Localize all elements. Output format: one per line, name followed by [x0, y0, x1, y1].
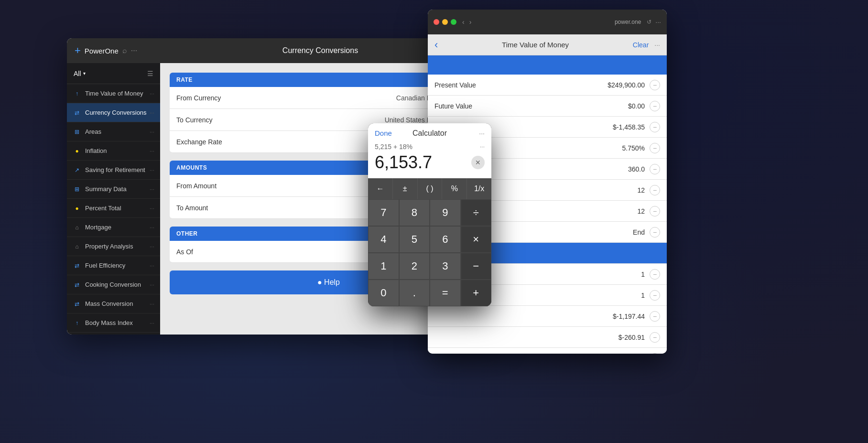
calc-btn-6[interactable]: 6: [430, 226, 461, 253]
calc-btn-_[interactable]: −: [461, 253, 492, 280]
calc-more-button[interactable]: ···: [479, 130, 485, 137]
calc-btn-_[interactable]: .: [399, 280, 430, 306]
sidebar-item-inflation[interactable]: ● Inflation ···: [67, 141, 160, 161]
sidebar-all-filter[interactable]: All ▾: [74, 70, 86, 77]
calc-btn-_[interactable]: +: [461, 280, 492, 306]
sidebar-item-more-property[interactable]: ···: [150, 243, 154, 250]
sidebar-item-more-bmi[interactable]: ···: [150, 320, 154, 326]
sidebar-item-summary[interactable]: ⊞ Summary Data ···: [67, 180, 160, 199]
interest-clear[interactable]: −: [650, 143, 660, 153]
calc-expression-more[interactable]: ···: [480, 143, 485, 150]
sidebar-item-more-fuel[interactable]: ···: [150, 262, 154, 269]
maximize-button[interactable]: [451, 19, 456, 25]
tvm-pay2-row[interactable]: $-260.91 −: [428, 327, 667, 348]
tvm-clear-button[interactable]: Clear: [633, 41, 649, 49]
sidebar-item-more-mass[interactable]: ···: [150, 301, 154, 307]
tvm-blue-header: [428, 55, 667, 75]
sidebar-item-label-time-value: Time Value of Money: [85, 90, 150, 97]
sidebar-item-property[interactable]: ⌂ Property Analysis ···: [67, 237, 160, 256]
sidebar-item-label-summary: Summary Data: [85, 185, 150, 193]
pay1-clear[interactable]: −: [650, 311, 660, 322]
calc-btn-2[interactable]: 2: [399, 253, 430, 280]
calc-btn-_[interactable]: ×: [461, 226, 492, 253]
calc-clear-result-button[interactable]: ✕: [471, 156, 485, 169]
reload-icon[interactable]: ↺: [647, 19, 651, 25]
calc-btn-0[interactable]: 0: [368, 280, 399, 306]
sidebar-item-mortgage[interactable]: ⌂ Mortgage ···: [67, 218, 160, 237]
tvm-pay3-row[interactable]: $-1,458.35 −: [428, 348, 667, 354]
present-value-clear[interactable]: −: [650, 80, 660, 90]
sidebar-item-more-percent[interactable]: ···: [150, 205, 154, 212]
calc-btn-5[interactable]: 5: [399, 226, 430, 253]
calc-btn-9[interactable]: 9: [430, 199, 461, 226]
sidebar-item-more-inflation[interactable]: ···: [150, 148, 154, 154]
calc-result-row: 6,153.7 ✕: [375, 152, 485, 173]
forward-arrow-icon[interactable]: ›: [467, 17, 474, 27]
sidebar-item-icon-saving: ↗: [73, 166, 81, 174]
year-clear[interactable]: −: [650, 206, 660, 216]
sidebar-filter-icon[interactable]: ☰: [147, 70, 153, 77]
back-arrow-icon[interactable]: ‹: [460, 17, 467, 27]
calc-plusminus-button[interactable]: ±: [393, 178, 418, 199]
calc-btn-3[interactable]: 3: [430, 253, 461, 280]
sidebar-item-label-mass: Mass Conversion: [85, 300, 150, 307]
sidebar: All ▾ ☰ ↑ Time Value of Money ··· ⇄ Curr…: [67, 63, 160, 335]
sidebar-item-cooking[interactable]: ⇄ Cooking Conversion ···: [67, 275, 160, 294]
payment-clear[interactable]: −: [650, 122, 660, 132]
sidebar-item-areas[interactable]: ⊞ Areas ···: [67, 122, 160, 141]
sidebar-item-icon-fuel: ⇄: [73, 261, 81, 270]
calc-btn-8[interactable]: 8: [399, 199, 430, 226]
sidebar-item-more-summary[interactable]: ···: [150, 186, 154, 193]
val1-clear[interactable]: −: [650, 269, 660, 280]
sidebar-item-percent[interactable]: ● Percent Total ···: [67, 199, 160, 218]
calc-btn-1[interactable]: 1: [368, 253, 399, 280]
calc-btn-4[interactable]: 4: [368, 226, 399, 253]
minimize-button[interactable]: [442, 19, 448, 25]
close-button[interactable]: [434, 19, 439, 25]
sidebar-item-bmi[interactable]: ↑ Body Mass Index ···: [67, 313, 160, 333]
sidebar-item-date[interactable]: ◫ Date Conversions ···: [67, 333, 160, 335]
calc-btn-_[interactable]: =: [430, 280, 461, 306]
calc-expression-text: 5,215 + 18%: [375, 143, 412, 151]
sidebar-item-time-value[interactable]: ↑ Time Value of Money ···: [67, 84, 160, 103]
sidebar-item-more-saving[interactable]: ···: [150, 167, 154, 173]
periods-value: 360.0: [628, 165, 645, 173]
sidebar-item-saving[interactable]: ↗ Saving for Retirement ···: [67, 161, 160, 180]
calc-percent-button[interactable]: %: [442, 178, 467, 199]
future-value-clear[interactable]: −: [650, 101, 660, 111]
sidebar-item-more-currency[interactable]: ···: [150, 109, 154, 116]
pay2-clear[interactable]: −: [650, 332, 660, 343]
browser-more-icon[interactable]: ···: [655, 18, 661, 26]
pay3-clear[interactable]: −: [650, 353, 660, 354]
calc-backspace-button[interactable]: ←: [368, 178, 393, 199]
sidebar-item-mass[interactable]: ⇄ Mass Conversion ···: [67, 294, 160, 313]
tvm-future-value-row[interactable]: Future Value $0.00 −: [428, 96, 667, 117]
tvm-pay1-row[interactable]: $-1,197.44 −: [428, 306, 667, 327]
search-icon[interactable]: ⌕: [122, 46, 127, 55]
periods-clear[interactable]: −: [650, 164, 660, 174]
add-template-button[interactable]: +: [75, 44, 81, 57]
sidebar-item-icon-areas: ⊞: [73, 128, 81, 136]
calc-btn-_[interactable]: ÷: [461, 199, 492, 226]
period-num-clear[interactable]: −: [650, 185, 660, 195]
tvm-present-value-row[interactable]: Present Value $249,900.00 −: [428, 75, 667, 96]
calc-inverse-button[interactable]: 1/x: [467, 178, 491, 199]
calc-done-button[interactable]: Done: [375, 129, 392, 137]
tvm-top-bar: ‹ Time Value of Money Clear ···: [428, 34, 667, 55]
val2-clear[interactable]: −: [650, 290, 660, 301]
sidebar-item-more-areas[interactable]: ···: [150, 129, 154, 135]
more-options-icon[interactable]: ···: [131, 46, 137, 55]
sidebar-item-fuel[interactable]: ⇄ Fuel Efficiency ···: [67, 256, 160, 275]
calc-btn-7[interactable]: 7: [368, 199, 399, 226]
sidebar-item-more-mortgage[interactable]: ···: [150, 224, 154, 231]
sidebar-item-more-cooking[interactable]: ···: [150, 281, 154, 288]
tvm-more-button[interactable]: ···: [654, 41, 660, 49]
app-name-label: PowerOne: [85, 47, 119, 55]
timing-clear[interactable]: −: [650, 227, 660, 238]
sidebar-item-more-time-value[interactable]: ···: [150, 90, 154, 97]
timing-value: End: [633, 228, 645, 236]
calc-parentheses-button[interactable]: ( ): [418, 178, 443, 199]
tvm-back-button[interactable]: ‹: [434, 39, 438, 51]
sidebar-item-currency[interactable]: ⇄ Currency Conversions ···: [67, 103, 160, 122]
main-window-title: Currency Conversions: [176, 46, 465, 55]
